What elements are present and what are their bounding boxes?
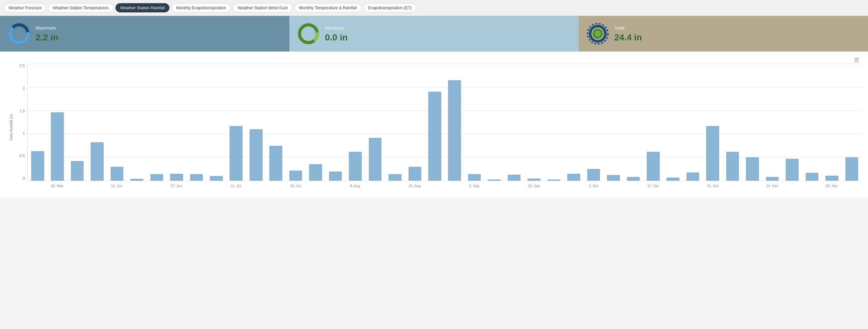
bar-group [87,64,107,181]
y-axis-title-container: Daily Rainfall (in) [6,64,16,191]
x-label-group: 3. Oct [564,181,623,191]
x-tick-label: 13. Jun [111,184,122,188]
bar [389,174,402,181]
bar [250,129,262,181]
bar-group [504,64,524,181]
bar [666,178,679,181]
bar [329,172,342,181]
bar-group [306,64,325,181]
bar-group [564,64,583,181]
bar-group [663,64,683,181]
y-tick: 0 [23,176,25,181]
y-tick: 1 [23,131,25,136]
x-label-group: 8. Aug [325,181,385,191]
x-tick-label: 5. Sep [469,184,479,188]
svg-point-9 [595,31,601,37]
tab-station-rainfall[interactable]: Weather Station Rainfall [116,3,169,12]
bar-group [842,64,862,181]
bar [71,161,84,181]
bar [91,142,104,181]
stat-min-label: Minimum [325,25,348,31]
tab-bar: Weather ForecastWeather Station Temperat… [0,0,868,16]
bar [369,138,382,181]
bar-group [345,64,365,181]
bar [190,174,203,181]
bar [289,171,302,181]
x-tick-label: 31. Oct [707,184,718,188]
bar-group [445,64,465,181]
bar [766,177,779,181]
bar-group [425,64,444,181]
bar [130,179,144,181]
stat-card-total: Total 24.4 in [579,16,868,52]
bar [150,174,163,181]
svg-point-5 [303,28,314,39]
bar-group [822,64,842,181]
bars-container [28,64,862,181]
tab-et[interactable]: Evapotranspiration (ET) [364,3,416,12]
bar [627,177,640,181]
bar [845,157,859,181]
x-label-group: 25. Jul [266,181,325,191]
bar [706,126,719,181]
bar-group [266,64,285,181]
bar [31,151,44,181]
bar [567,174,580,181]
tab-weather-forecast[interactable]: Weather Forecast [4,3,46,12]
bar [726,152,739,181]
bar-group [385,64,405,181]
chart-body: 2.521.510.50 [16,64,862,181]
x-tick-label: 17. Oct [647,184,658,188]
bar [309,164,322,181]
bar-group [484,64,504,181]
x-label-group: 31. Oct [683,181,742,191]
bar [746,157,759,181]
bar [806,173,819,181]
bar [468,174,481,181]
bar-group [683,64,703,181]
bar-group [326,64,345,181]
x-label-group: 27. Jun [147,181,206,191]
bar-group [246,64,266,181]
stat-max-text: Maximum 2.2 in [36,25,59,42]
chart-container: Daily Rainfall (in) 2.521.510.50 30. May… [6,64,862,191]
bar [548,179,561,181]
tab-wind-gust[interactable]: Weather Station Wind Gust [233,3,292,12]
bar-group [67,64,87,181]
donut-max [8,22,31,45]
bar-group [166,64,186,181]
y-tick: 2.5 [20,64,25,68]
x-label-group: 28. Nov [802,181,861,191]
bar-group [763,64,782,181]
bar-group [127,64,147,181]
x-axis-row: 30. May13. Jun27. Jun11. Jul25. Jul8. Au… [16,181,862,191]
bar [269,146,282,181]
x-tick-label: 28. Nov [826,184,838,188]
x-label-group: 17. Oct [623,181,683,191]
tab-monthly-et[interactable]: Monthly Evapotranspiration [172,3,231,12]
bar-group [365,64,385,181]
bar-group [723,64,742,181]
stat-total-text: Total 24.4 in [614,25,642,42]
x-label-group: 5. Sep [444,181,504,191]
bar-group [742,64,762,181]
tab-station-temps[interactable]: Weather Station Temperatures [48,3,114,12]
bar [488,179,501,181]
bar-group [48,64,67,181]
bar [409,167,422,181]
tab-monthly-temp-rainfall[interactable]: Monthly Temperature & Rainfall [294,3,362,12]
x-tick-label: 8. Aug [350,184,360,188]
y-tick: 2 [23,86,25,91]
hamburger-icon[interactable]: ☰ [854,57,859,64]
bar [111,167,124,181]
bar-group [187,64,206,181]
stat-card-max: Maximum 2.2 in [0,16,289,52]
bar-group [584,64,603,181]
y-labels: 2.521.510.50 [16,64,27,181]
top-right-menu: ☰ [6,55,862,64]
bar [51,112,64,181]
x-label-group: 11. Jul [206,181,266,191]
bar [170,174,183,181]
x-label-group: 14. Nov [742,181,802,191]
bar-group [544,64,564,181]
